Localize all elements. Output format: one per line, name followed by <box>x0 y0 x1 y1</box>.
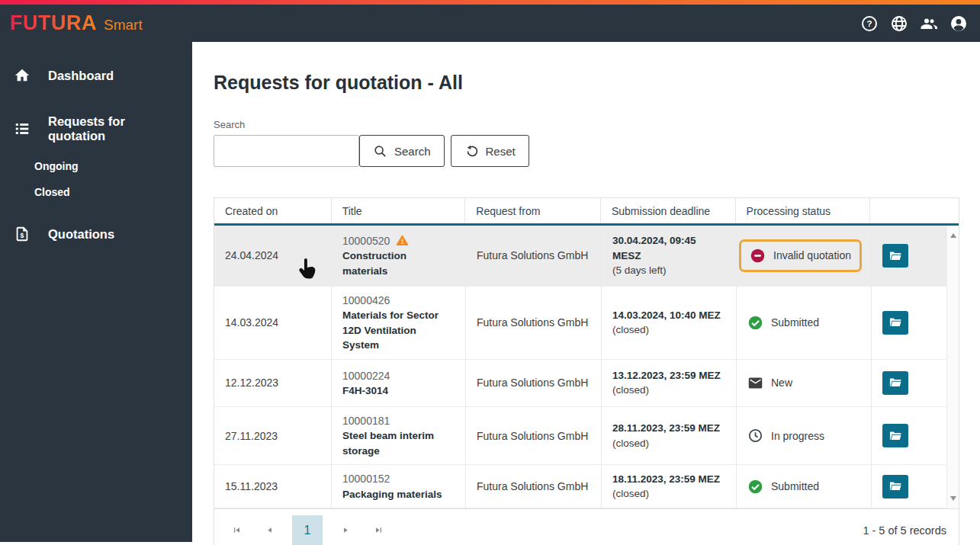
reset-button[interactable]: Reset <box>451 135 529 167</box>
deadline-note: (closed) <box>612 322 725 338</box>
cell-status: Invalid quotation <box>737 226 872 286</box>
header-actions: ? <box>860 14 968 33</box>
folder-open-icon <box>888 316 902 329</box>
cell-action <box>872 360 948 406</box>
last-page-icon[interactable] <box>368 521 388 540</box>
table-row[interactable]: 24.04.202410000520Construction materials… <box>214 226 948 287</box>
minus-circle-icon <box>750 248 766 264</box>
sidebar-item-quotations[interactable]: $ Quotations <box>0 216 192 252</box>
request-title: Packaging materials <box>342 487 455 502</box>
column-header-submission-deadline: Submission deadline <box>601 198 736 223</box>
status-value: New <box>747 375 792 391</box>
globe-icon[interactable] <box>890 14 908 33</box>
folder-open-icon <box>888 479 902 493</box>
table-row[interactable]: 15.11.202310000152Packaging materialsFut… <box>214 465 948 508</box>
cell-action <box>872 287 948 359</box>
scroll-up-icon[interactable] <box>950 233 956 238</box>
status-highlight-box: Invalid quotation <box>739 239 862 272</box>
table-row[interactable]: 27.11.202310000181Steel beam interim sto… <box>214 407 948 465</box>
main-content: Requests for quotation - All Search Sear… <box>192 42 980 542</box>
app-header: FUTURA Smart ? <box>0 5 980 42</box>
deadline-date: 30.04.2024, 09:45 MESZ <box>612 233 725 263</box>
search-button-label: Search <box>394 145 431 158</box>
cell-deadline: 13.12.2023, 23:59 MEZ(closed) <box>602 360 737 406</box>
request-number-text: 10000426 <box>342 293 390 308</box>
column-header-title: Title <box>332 198 466 223</box>
request-title: F4H-3014 <box>342 383 455 399</box>
help-icon[interactable]: ? <box>860 14 879 33</box>
table-header: Created on Title Request from Submission… <box>214 198 959 226</box>
open-request-button[interactable] <box>882 244 908 268</box>
check-circle-icon <box>747 479 763 495</box>
folder-open-icon <box>888 429 902 443</box>
request-number-text: 10000520 <box>342 233 390 248</box>
reset-icon <box>464 144 479 159</box>
search-block: Search Search Reset <box>214 119 980 167</box>
request-number: 10000520 <box>342 233 455 248</box>
warning-icon <box>396 234 409 247</box>
open-request-button[interactable] <box>882 475 908 499</box>
request-number: 10000426 <box>342 293 455 308</box>
cell-status: New <box>737 360 872 406</box>
request-title: Steel beam interim storage <box>342 428 455 458</box>
cell-request-from: Futura Solutions GmbH <box>466 287 602 359</box>
table-row[interactable]: 14.03.202410000426Materials for Sector 1… <box>214 287 948 360</box>
account-icon[interactable] <box>949 14 968 33</box>
request-number-text: 10000181 <box>342 413 390 428</box>
cell-action <box>872 465 948 508</box>
svg-text:$: $ <box>21 232 24 239</box>
prev-page-icon[interactable] <box>259 521 279 540</box>
folder-open-icon <box>888 376 902 390</box>
status-label: Submitted <box>771 479 819 494</box>
search-button[interactable]: Search <box>359 135 445 167</box>
page-1-button[interactable]: 1 <box>292 515 323 545</box>
page-title: Requests for quotation - All <box>214 72 980 94</box>
deadline-note: (closed) <box>612 486 725 502</box>
sidebar-item-ongoing[interactable]: Ongoing <box>0 153 192 179</box>
search-icon <box>373 144 387 159</box>
requests-table: Created on Title Request from Submission… <box>214 197 959 545</box>
request-title: Construction materials <box>342 248 455 278</box>
cell-deadline: 28.11.2023, 23:59 MEZ(closed) <box>602 407 737 464</box>
next-page-icon[interactable] <box>336 521 355 540</box>
cell-action <box>872 226 948 286</box>
sidebar-item-dashboard[interactable]: Dashboard <box>0 57 192 94</box>
clock-icon <box>747 428 763 444</box>
request-number: 10000181 <box>342 413 455 428</box>
request-title: Materials for Sector 12D Ventilation Sys… <box>342 308 455 353</box>
brand-suffix: Smart <box>104 17 143 34</box>
cell-deadline: 14.03.2024, 10:40 MEZ(closed) <box>602 287 737 359</box>
first-page-icon[interactable] <box>227 521 246 540</box>
status-label: In progress <box>771 428 824 444</box>
open-request-button[interactable] <box>882 311 908 335</box>
cell-request-from: Futura Solutions GmbH <box>466 407 602 464</box>
deadline-note: (closed) <box>612 383 725 398</box>
status-value: In progress <box>747 428 824 444</box>
open-request-button[interactable] <box>882 371 908 395</box>
open-request-button[interactable] <box>882 424 908 447</box>
cell-created-on: 24.04.2024 <box>214 226 332 286</box>
request-number-text: 10000224 <box>342 368 390 383</box>
users-icon[interactable] <box>920 14 938 33</box>
scroll-down-icon[interactable] <box>950 496 956 501</box>
sidebar-item-closed[interactable]: Closed <box>0 179 192 205</box>
status-value: Submitted <box>747 315 819 331</box>
search-label: Search <box>214 119 980 130</box>
svg-text:?: ? <box>866 19 872 28</box>
app: FUTURA Smart ? Dashboard Requests for qu… <box>0 0 980 542</box>
deadline-date: 18.11.2023, 23:59 MEZ <box>612 472 725 487</box>
cell-action <box>872 407 948 464</box>
deadline-date: 13.12.2023, 23:59 MEZ <box>612 368 725 383</box>
table-scrollbar[interactable] <box>946 226 959 508</box>
sidebar-item-requests-for-quotation[interactable]: Requests for quotation <box>0 104 192 153</box>
cell-created-on: 27.11.2023 <box>214 407 332 464</box>
brand-name: FUTURA <box>10 11 97 35</box>
records-count: 1 - 5 of 5 records <box>863 524 946 537</box>
sidebar-item-label: Dashboard <box>48 69 114 83</box>
cell-deadline: 18.11.2023, 23:59 MEZ(closed) <box>602 465 737 508</box>
search-input[interactable] <box>214 135 359 167</box>
cell-deadline: 30.04.2024, 09:45 MESZ(5 days left) <box>602 226 737 286</box>
table-row[interactable]: 12.12.202310000224F4H-3014Futura Solutio… <box>214 360 948 407</box>
request-number-text: 10000152 <box>342 471 390 486</box>
cell-title: 10000426Materials for Sector 12D Ventila… <box>332 287 466 359</box>
